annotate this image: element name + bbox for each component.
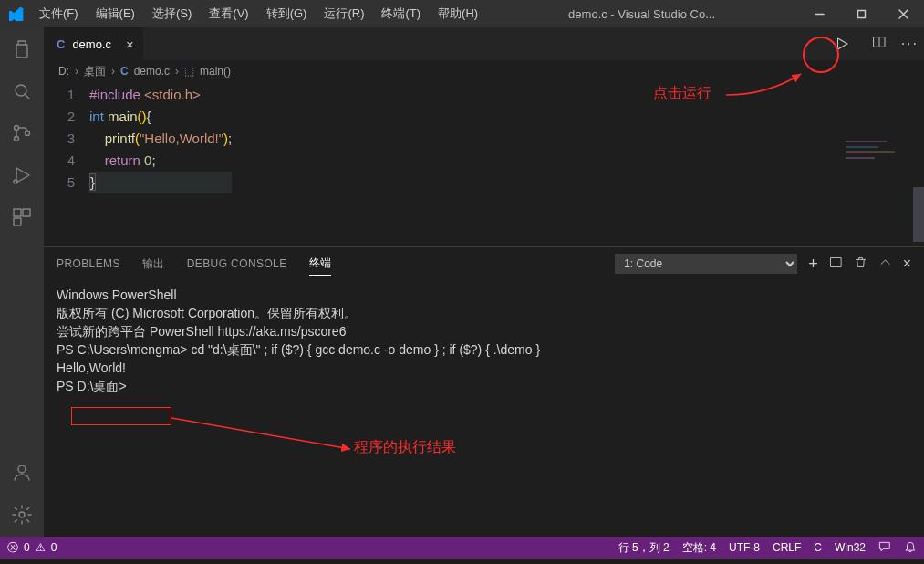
settings-gear-icon[interactable] [9, 502, 35, 527]
terminal-line: PS C:\Users\mengma> cd "d:\桌面\" ; if ($?… [57, 340, 911, 359]
breadcrumb-root[interactable]: D: [58, 65, 69, 78]
vscode-logo-icon [0, 6, 32, 21]
close-button[interactable] [882, 0, 924, 27]
code-content[interactable]: #include <stdio.h> int main(){ printf("H… [89, 82, 232, 246]
annotation-run-label: 点击运行 [653, 84, 711, 103]
line-number: 3 [44, 128, 75, 150]
terminal-selector[interactable]: 1: Code [615, 254, 797, 274]
status-platform[interactable]: Win32 [835, 541, 866, 554]
svg-point-15 [19, 512, 25, 517]
maximize-button[interactable] [840, 0, 882, 27]
status-bar: ⓧ0 ⚠0 行 5，列 2 空格: 4 UTF-8 CRLF C Win32 [0, 537, 924, 559]
panel-tab-debug[interactable]: DEBUG CONSOLE [187, 254, 287, 274]
menu-run[interactable]: 运行(R) [317, 2, 371, 26]
line-number: 4 [44, 150, 75, 172]
errors-count[interactable]: 0 [24, 541, 30, 554]
panel-tab-terminal[interactable]: 终端 [309, 252, 332, 276]
editor-tab-bar: C demo.c × ··· [44, 27, 924, 60]
svg-point-14 [18, 465, 26, 473]
tab-close-icon[interactable]: × [126, 37, 134, 52]
menu-view[interactable]: 查看(V) [202, 2, 255, 26]
panel-tab-problems[interactable]: PROBLEMS [57, 254, 120, 274]
chevron-up-icon[interactable] [878, 256, 892, 272]
line-number: 1 [44, 84, 75, 106]
status-encoding[interactable]: UTF-8 [729, 541, 760, 554]
chevron-right-icon: › [175, 65, 179, 78]
split-terminal-icon[interactable] [829, 256, 843, 272]
menu-terminal[interactable]: 终端(T) [374, 2, 428, 26]
status-language[interactable]: C [814, 541, 822, 554]
chevron-right-icon: › [75, 65, 78, 78]
menu-file[interactable]: 文件(F) [32, 2, 86, 26]
panel-controls: 1: Code + × [615, 254, 911, 274]
feedback-icon[interactable] [878, 540, 891, 556]
svg-rect-13 [14, 218, 21, 225]
editor-tab[interactable]: C demo.c × [44, 27, 144, 60]
breadcrumb-file[interactable]: demo.c [134, 65, 170, 78]
run-debug-icon[interactable] [9, 162, 35, 188]
line-number: 2 [44, 106, 75, 128]
breadcrumb-symbol[interactable]: main() [200, 65, 231, 78]
errors-icon[interactable]: ⓧ [7, 540, 18, 556]
status-right: 行 5，列 2 空格: 4 UTF-8 CRLF C Win32 [618, 540, 917, 556]
close-panel-icon[interactable]: × [903, 256, 911, 272]
terminal-line: 尝试新的跨平台 PowerShell https://aka.ms/pscore… [57, 322, 911, 340]
explorer-icon[interactable] [9, 37, 35, 62]
line-numbers: 1 2 3 4 5 [44, 82, 89, 246]
chevron-right-icon: › [111, 65, 115, 78]
menu-edit[interactable]: 编辑(E) [88, 2, 142, 26]
menu-select[interactable]: 选择(S) [145, 2, 199, 26]
split-editor-icon[interactable] [872, 35, 887, 53]
terminal-content[interactable]: Windows PowerShell 版权所有 (C) Microsoft Co… [44, 280, 924, 537]
breadcrumb-folder[interactable]: 桌面 [84, 64, 106, 79]
warnings-icon[interactable]: ⚠ [36, 541, 46, 554]
account-icon[interactable] [9, 460, 35, 486]
status-spaces[interactable]: 空格: 4 [682, 540, 716, 556]
symbol-function-icon: ⬚ [184, 65, 194, 78]
svg-marker-16 [837, 38, 847, 49]
terminal-line: PS D:\桌面> [57, 377, 911, 395]
editor-area: C demo.c × ··· D: › 桌面 › C demo.c › ⬚ ma… [44, 27, 924, 537]
svg-marker-9 [16, 168, 29, 183]
bell-icon[interactable] [904, 540, 917, 556]
window-title: demo.c - Visual Studio Co... [485, 7, 798, 21]
extensions-icon[interactable] [9, 204, 35, 230]
tab-title: demo.c [72, 37, 111, 51]
terminal-line: Hello,World! [57, 359, 911, 377]
terminal-line: Windows PowerShell [57, 286, 911, 304]
terminal-line: 版权所有 (C) Microsoft Corporation。保留所有权利。 [57, 304, 911, 322]
status-cursor[interactable]: 行 5，列 2 [618, 540, 670, 556]
panel-tab-output[interactable]: 输出 [142, 253, 165, 276]
window-controls [798, 0, 924, 27]
c-file-icon: C [120, 65, 129, 78]
status-left: ⓧ0 ⚠0 [7, 540, 57, 556]
panel: PROBLEMS 输出 DEBUG CONSOLE 终端 1: Code + ×… [44, 246, 924, 537]
scrollbar-thumb[interactable] [913, 187, 924, 242]
minimap[interactable] [842, 137, 924, 164]
activity-bar [0, 27, 44, 537]
c-file-icon: C [57, 37, 65, 51]
breadcrumb[interactable]: D: › 桌面 › C demo.c › ⬚ main() [44, 60, 924, 82]
svg-point-10 [14, 180, 17, 183]
menu-goto[interactable]: 转到(G) [259, 2, 315, 26]
new-terminal-icon[interactable]: + [808, 255, 818, 274]
warnings-count[interactable]: 0 [51, 541, 57, 554]
run-code-button[interactable] [826, 28, 857, 59]
more-actions-icon[interactable]: ··· [901, 36, 919, 52]
status-eol[interactable]: CRLF [773, 541, 801, 554]
source-control-icon[interactable] [9, 120, 35, 146]
annotation-output-label: 程序的执行结果 [354, 438, 456, 457]
code-editor[interactable]: 1 2 3 4 5 #include <stdio.h> int main(){… [44, 82, 924, 246]
trash-icon[interactable] [854, 256, 867, 272]
minimize-button[interactable] [798, 0, 840, 27]
editor-actions: ··· [826, 27, 919, 60]
panel-tab-bar: PROBLEMS 输出 DEBUG CONSOLE 终端 1: Code + × [44, 247, 924, 280]
svg-rect-11 [14, 209, 21, 216]
svg-rect-1 [857, 10, 865, 17]
title-bar: 文件(F) 编辑(E) 选择(S) 查看(V) 转到(G) 运行(R) 终端(T… [0, 0, 924, 27]
search-icon[interactable] [9, 78, 35, 104]
svg-rect-12 [23, 209, 30, 216]
menu-help[interactable]: 帮助(H) [431, 2, 485, 26]
menu-bar: 文件(F) 编辑(E) 选择(S) 查看(V) 转到(G) 运行(R) 终端(T… [32, 2, 485, 26]
svg-point-7 [15, 137, 19, 141]
